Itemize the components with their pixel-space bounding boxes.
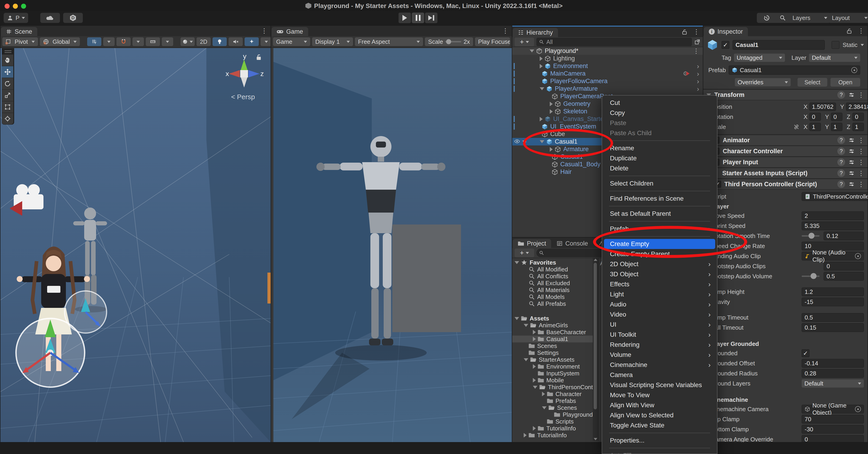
project-scrollbar[interactable] <box>593 258 598 441</box>
project-item-character[interactable]: Character <box>512 391 593 397</box>
footstep-audio-clips-size-field[interactable]: 0 <box>824 262 864 271</box>
menu-item-rendering[interactable]: Rendering› <box>604 340 715 350</box>
project-item-thirdpersoncontroller[interactable]: ThirdPersonController <box>512 384 593 391</box>
project-item-prefabs[interactable]: Prefabs <box>512 397 593 404</box>
bottom-clamp-field[interactable]: -30 <box>802 425 864 434</box>
menu-item-3d-object[interactable]: 3D Object› <box>604 269 715 279</box>
layout-dropdown[interactable]: Layout <box>829 13 868 23</box>
project-item-all-materials[interactable]: All Materials <box>512 287 593 293</box>
menu-item-audio[interactable]: Audio› <box>604 300 715 309</box>
gizmo-z-axis[interactable] <box>248 70 259 78</box>
scale-tool-button[interactable] <box>2 90 13 101</box>
help-icon[interactable]: ? <box>837 136 845 144</box>
menu-item-duplicate[interactable]: Duplicate <box>604 153 715 163</box>
kebab-icon[interactable]: ⋮ <box>693 47 700 55</box>
project-item-casual1[interactable]: Casual1 <box>512 336 593 342</box>
project-item-settings[interactable]: Settings <box>512 349 593 356</box>
menu-item-move-to-view[interactable]: Move To View <box>604 390 715 400</box>
hierarchy-item-playerfollowcamera[interactable]: PlayerFollowCamera› <box>512 78 703 85</box>
project-item-scripts[interactable]: Scripts <box>512 418 593 425</box>
scale-slider-track[interactable] <box>445 41 461 42</box>
global-dropdown[interactable]: Global <box>40 37 80 46</box>
open-button[interactable]: Open <box>831 78 860 87</box>
sprint-speed-field[interactable]: 5.335 <box>802 222 864 230</box>
project-item-playground[interactable]: Playground <box>512 411 593 418</box>
chevron-right-icon[interactable]: › <box>697 78 699 85</box>
menu-item-effects[interactable]: Effects› <box>604 279 715 289</box>
grounded-offset-field[interactable]: -0.14 <box>802 359 864 368</box>
step-button[interactable] <box>425 12 437 23</box>
scale-slider[interactable]: Scale 2x <box>425 37 473 46</box>
menu-item-volume[interactable]: Volume› <box>604 350 715 360</box>
chevron-right-icon[interactable]: › <box>697 70 699 78</box>
menu-item-select-children[interactable]: Select Children <box>604 178 715 189</box>
rect-tool-button[interactable] <box>2 101 13 113</box>
prefab-object-field[interactable]: Casual1 <box>729 65 860 75</box>
inspector-lock-icon[interactable] <box>846 28 852 34</box>
jump-timeout-field[interactable]: 0.5 <box>802 313 864 322</box>
layers-dropdown[interactable]: Layers <box>789 13 831 23</box>
transform-kebab-icon[interactable]: ⋮ <box>858 91 864 99</box>
gameobject-name-field[interactable]: Casual1 <box>733 40 825 50</box>
component-header-starter-assets-inputs-script-[interactable]: Starter Assets Inputs (Script)?⋮ <box>703 168 868 179</box>
menu-item-copy[interactable]: Copy <box>604 108 715 118</box>
scene-orange-object[interactable] <box>268 273 271 304</box>
project-item-mobile[interactable]: Mobile <box>512 377 593 384</box>
presets-icon[interactable] <box>848 137 855 143</box>
gizmo-x-axis[interactable] <box>229 70 240 78</box>
menu-item-set-as-default-parent[interactable]: Set as Default Parent <box>604 209 715 219</box>
position-y-field[interactable]: 2.38418 <box>846 103 868 111</box>
presets-icon[interactable] <box>848 159 855 165</box>
pick-icon[interactable] <box>522 138 527 145</box>
component-kebab-icon[interactable]: ⋮ <box>858 180 864 188</box>
component-kebab-icon[interactable]: ⋮ <box>858 137 864 144</box>
scene-menu-kebab-icon[interactable]: ⋮ <box>261 27 268 35</box>
game-viewport[interactable] <box>273 48 512 442</box>
project-item-scenes[interactable]: Scenes <box>512 342 593 349</box>
display-dropdown[interactable]: Display 1 <box>312 37 353 46</box>
presets-icon[interactable] <box>848 148 855 154</box>
rotation-x-field[interactable]: 0 <box>809 113 821 121</box>
grid-snap-toggle[interactable]: Y <box>87 37 101 46</box>
rotation-smooth-time-slider[interactable] <box>802 235 819 237</box>
project-item-inputsystem[interactable]: InputSystem <box>512 370 593 377</box>
unit-snap-toggle[interactable] <box>146 37 160 46</box>
menu-item-create-empty-parent[interactable]: Create Empty Parent <box>604 249 715 259</box>
draw-mode-dropdown[interactable] <box>181 37 195 46</box>
hierarchy-item-playerarmature[interactable]: PlayerArmature› <box>512 85 703 92</box>
pivot-dropdown[interactable]: Pivot <box>2 37 38 46</box>
footstep-audio-volume-slider[interactable] <box>802 276 819 277</box>
menu-item-cut[interactable]: Cut <box>604 98 715 108</box>
menu-item-camera[interactable]: Camera <box>604 370 715 380</box>
scroll-down-arrow-icon[interactable] <box>594 438 597 440</box>
hierarchy-popout-icon[interactable] <box>694 39 701 45</box>
cinemachine-camera-object-field[interactable]: None (Game Object) <box>802 405 864 414</box>
select-button[interactable]: Select <box>798 78 827 87</box>
presets-icon[interactable] <box>848 181 855 188</box>
menu-item-ui[interactable]: UI› <box>604 319 715 330</box>
active-checkbox[interactable]: ✓ <box>721 41 730 49</box>
hand-tool-button[interactable] <box>2 55 13 66</box>
static-checkbox[interactable] <box>832 41 839 49</box>
scale-y-field[interactable]: 1 <box>831 123 842 131</box>
help-icon[interactable]: ? <box>837 147 845 155</box>
component-header-animator[interactable]: ✓Animator?⋮ <box>703 135 868 146</box>
top-clamp-field[interactable]: 70 <box>802 415 864 424</box>
eye-icon[interactable] <box>514 138 520 145</box>
scene-orientation-gizmo[interactable]: y x z < Persp <box>225 53 264 103</box>
project-add-button[interactable]: + <box>515 249 534 257</box>
menu-item-prefab[interactable]: Prefab› <box>604 224 715 234</box>
scene-audio-toggle[interactable] <box>228 37 243 46</box>
project-item-animegirls[interactable]: AnimeGirls <box>512 322 593 329</box>
gizmo-down-axis[interactable] <box>241 77 248 87</box>
aspect-dropdown[interactable]: Free Aspect <box>355 37 423 46</box>
presets-icon[interactable] <box>848 92 855 98</box>
static-dropdown-caret[interactable] <box>861 44 864 46</box>
project-item-tutorialinfo[interactable]: TutorialInfo <box>512 425 593 432</box>
scene-effects-options[interactable] <box>260 37 272 46</box>
fall-timeout-field[interactable]: 0.15 <box>802 323 864 332</box>
overrides-dropdown[interactable]: Overrides <box>735 78 791 86</box>
presets-icon[interactable] <box>848 170 855 176</box>
tab-inspector[interactable]: i Inspector <box>704 27 748 36</box>
unit-snap-options[interactable] <box>162 37 173 46</box>
